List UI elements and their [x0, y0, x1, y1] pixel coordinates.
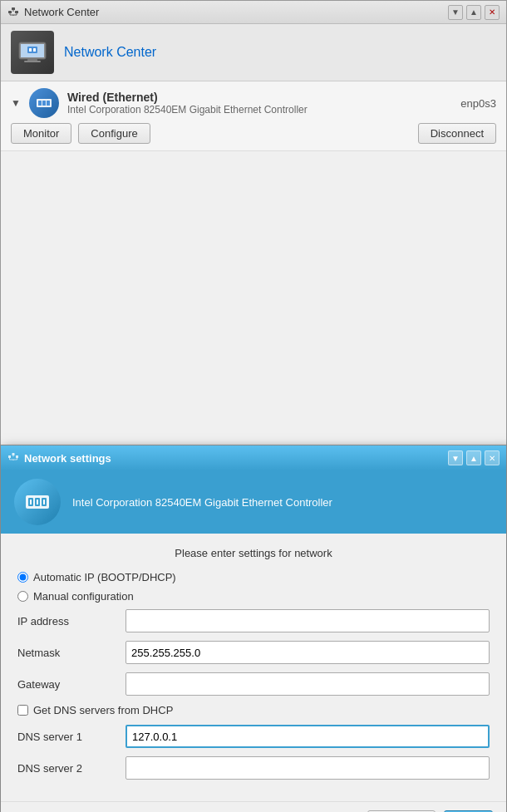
- manual-config-radio[interactable]: [17, 591, 28, 602]
- expand-arrow-icon[interactable]: ▼: [11, 97, 21, 109]
- network-item-left: ▼ Wired (Ethernet) Intel Corporation 825…: [11, 88, 308, 118]
- minimize-button[interactable]: ▼: [448, 5, 463, 20]
- svg-rect-18: [47, 101, 50, 106]
- network-settings-dialog: Network settings ▼ ▲ ✕ Intel Corporation…: [0, 445, 507, 812]
- auto-ip-row: Automatic IP (BOOTP/DHCP): [17, 571, 490, 583]
- dialog-close-button[interactable]: ✕: [485, 450, 500, 465]
- network-actions-right: Disconnect: [418, 123, 496, 144]
- dialog-maximize-button[interactable]: ▲: [466, 450, 481, 465]
- close-button[interactable]: ✕: [485, 5, 500, 20]
- svg-rect-12: [33, 48, 36, 52]
- network-center-title: Network Center: [24, 6, 99, 18]
- netmask-input[interactable]: [126, 641, 490, 664]
- get-dns-checkbox[interactable]: [17, 705, 28, 716]
- dialog-header-text: Intel Corporation 82540EM Gigabit Ethern…: [72, 496, 332, 509]
- dialog-titlebar-left: Network settings: [7, 452, 111, 465]
- maximize-button[interactable]: ▲: [466, 5, 481, 20]
- get-dns-label: Get DNS servers from DHCP: [33, 704, 173, 716]
- dialog-body: Please enter settings for network Automa…: [1, 534, 506, 801]
- svg-rect-13: [27, 59, 37, 61]
- ip-address-label: IP address: [17, 615, 126, 627]
- monitor-button[interactable]: Monitor: [11, 123, 71, 144]
- gateway-input[interactable]: [126, 672, 490, 696]
- titlebar-left: Network Center: [7, 6, 99, 18]
- netmask-row: Netmask: [17, 641, 490, 664]
- auto-ip-radio[interactable]: [17, 572, 28, 583]
- network-center-titlebar: Network Center ▼ ▲ ✕: [1, 1, 506, 24]
- ip-address-row: IP address: [17, 609, 490, 632]
- dialog-header: Intel Corporation 82540EM Gigabit Ethern…: [1, 470, 506, 534]
- configure-button[interactable]: Configure: [78, 123, 150, 144]
- app-logo-icon: [16, 36, 49, 69]
- network-actions: Monitor Configure Disconnect: [11, 123, 496, 144]
- gateway-label: Gateway: [17, 678, 126, 691]
- dns1-row: DNS server 1: [17, 725, 490, 748]
- dialog-title-icon: [7, 452, 19, 464]
- gateway-row: Gateway: [17, 672, 490, 696]
- network-type-label: Wired (Ethernet): [67, 91, 308, 104]
- svg-rect-31: [30, 500, 32, 504]
- manual-config-label: Manual configuration: [33, 590, 134, 603]
- svg-rect-10: [27, 47, 37, 53]
- svg-rect-19: [8, 455, 11, 458]
- titlebar-controls: ▼ ▲ ✕: [448, 5, 500, 20]
- app-header: Network Center: [1, 24, 506, 81]
- disconnect-button[interactable]: Disconnect: [418, 123, 496, 144]
- dialog-minimize-button[interactable]: ▼: [448, 450, 463, 465]
- wired-ethernet-item: ▼ Wired (Ethernet) Intel Corporation 825…: [1, 81, 506, 151]
- svg-rect-2: [12, 7, 15, 10]
- dialog-titlebar: Network settings ▼ ▲ ✕: [1, 445, 506, 470]
- network-item-header: ▼ Wired (Ethernet) Intel Corporation 825…: [11, 88, 496, 118]
- network-type-icon: [29, 88, 59, 118]
- network-description: Intel Corporation 82540EM Gigabit Ethern…: [67, 104, 308, 116]
- svg-rect-1: [15, 11, 18, 13]
- svg-rect-33: [43, 500, 45, 504]
- dialog-ethernet-icon: [21, 485, 54, 519]
- dns2-label: DNS server 2: [17, 762, 126, 775]
- svg-rect-0: [8, 11, 12, 13]
- dns1-input[interactable]: [126, 725, 490, 748]
- svg-rect-32: [37, 500, 38, 504]
- auto-ip-label: Automatic IP (BOOTP/DHCP): [33, 571, 176, 583]
- network-center-mini-icon: [7, 7, 19, 18]
- svg-rect-14: [24, 61, 41, 62]
- svg-rect-20: [16, 455, 18, 458]
- netmask-label: Netmask: [17, 647, 126, 659]
- dialog-title: Network settings: [24, 452, 111, 465]
- dialog-network-icon: [14, 479, 61, 525]
- dialog-footer: Cancel Ok: [1, 801, 506, 812]
- app-logo: [11, 31, 54, 74]
- network-info: Wired (Ethernet) Intel Corporation 82540…: [67, 91, 308, 116]
- dns2-row: DNS server 2: [17, 756, 490, 780]
- dialog-controls: ▼ ▲ ✕: [448, 450, 500, 465]
- ethernet-icon: [34, 93, 54, 113]
- app-title: Network Center: [64, 45, 156, 60]
- dns2-input[interactable]: [126, 756, 490, 780]
- network-id: enp0s3: [460, 97, 496, 110]
- manual-config-row: Manual configuration: [17, 590, 490, 603]
- get-dns-row: Get DNS servers from DHCP: [17, 704, 490, 716]
- dialog-subtitle: Please enter settings for network: [17, 547, 490, 559]
- svg-rect-21: [12, 453, 15, 455]
- svg-rect-16: [38, 101, 42, 106]
- dns1-label: DNS server 1: [17, 731, 126, 743]
- svg-rect-17: [42, 101, 46, 106]
- ip-address-input[interactable]: [126, 609, 490, 632]
- svg-rect-11: [29, 48, 32, 52]
